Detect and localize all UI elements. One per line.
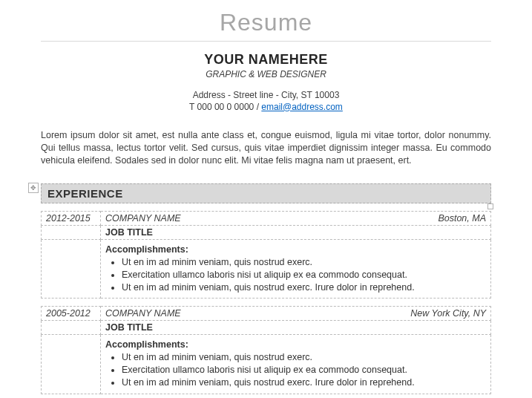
job-table[interactable]: 2012-2015COMPANY NAMEBoston, MAJOB TITLE… — [41, 211, 491, 299]
company-name: COMPANY NAME — [105, 213, 181, 224]
accomplishment-item[interactable]: Ut en im ad minim veniam, quis nostrud e… — [122, 281, 486, 294]
accomplishments-cell[interactable]: Accomplishments:Ut en im ad minim veniam… — [101, 335, 491, 394]
job-dates[interactable]: 2012-2015 — [42, 211, 101, 225]
accomplishment-item[interactable]: Exercitation ullamco laboris nisi ut ali… — [122, 364, 486, 376]
company-location-cell[interactable]: COMPANY NAMEBoston, MA — [101, 211, 491, 225]
accomplishments-list: Ut en im ad minim veniam, quis nostrud e… — [105, 351, 486, 389]
company-name: COMPANY NAME — [105, 308, 181, 319]
contact-block: Address - Street line - City, ST 10003 T… — [41, 90, 491, 113]
job-location: Boston, MA — [438, 213, 486, 224]
accomplishments-list: Ut en im ad minim veniam, quis nostrud e… — [105, 256, 486, 294]
job-title[interactable]: JOB TITLE — [101, 321, 491, 335]
document-watermark: Resume — [41, 0, 491, 42]
email-link[interactable]: email@address.com — [261, 102, 343, 112]
table-resize-handle-icon[interactable] — [487, 203, 493, 209]
person-role[interactable]: GRAPHIC & WEB DESIGNER — [41, 69, 491, 79]
accomplishments-label: Accomplishments: — [105, 241, 486, 255]
address-line[interactable]: Address - Street line - City, ST 10003 — [41, 90, 491, 102]
accomplishment-item[interactable]: Ut en im ad minim veniam, quis nostrud e… — [122, 376, 486, 389]
job-dates[interactable]: 2005-2012 — [42, 307, 101, 321]
section-heading-experience[interactable]: EXPERIENCE — [41, 183, 491, 203]
resume-header: YOUR NAMEHERE GRAPHIC & WEB DESIGNER Add… — [41, 52, 491, 113]
job-entry: 2005-2012COMPANY NAMENew York City, NYJO… — [41, 306, 491, 394]
phone-email-line: T 000 00 0 0000 / email@address.com — [41, 102, 491, 114]
experience-section: ✥ EXPERIENCE 2012-2015COMPANY NAMEBoston… — [41, 183, 491, 394]
job-entry: 2012-2015COMPANY NAMEBoston, MAJOB TITLE… — [41, 211, 491, 299]
phone-text[interactable]: T 000 00 0 0000 — [189, 102, 254, 112]
person-name[interactable]: YOUR NAMEHERE — [41, 52, 491, 68]
accomplishment-item[interactable]: Ut en im ad minim veniam, quis nostrud e… — [122, 351, 486, 364]
accomplishments-cell[interactable]: Accomplishments:Ut en im ad minim veniam… — [101, 239, 491, 298]
accomplishments-label: Accomplishments: — [105, 336, 486, 350]
section-heading-label: EXPERIENCE — [47, 187, 123, 200]
company-location-cell[interactable]: COMPANY NAMENew York City, NY — [101, 307, 491, 321]
table-move-handle-icon[interactable]: ✥ — [28, 183, 39, 193]
summary-paragraph[interactable]: Lorem ipsum dolor sit amet, est nulla an… — [41, 129, 491, 167]
accomplishment-item[interactable]: Ut en im ad minim veniam, quis nostrud e… — [122, 256, 486, 269]
accomplishment-item[interactable]: Exercitation ullamco laboris nisi ut ali… — [122, 269, 486, 281]
job-title[interactable]: JOB TITLE — [101, 225, 491, 239]
job-table[interactable]: 2005-2012COMPANY NAMENew York City, NYJO… — [41, 306, 491, 394]
job-location: New York City, NY — [410, 308, 486, 319]
separator: / — [254, 102, 261, 112]
